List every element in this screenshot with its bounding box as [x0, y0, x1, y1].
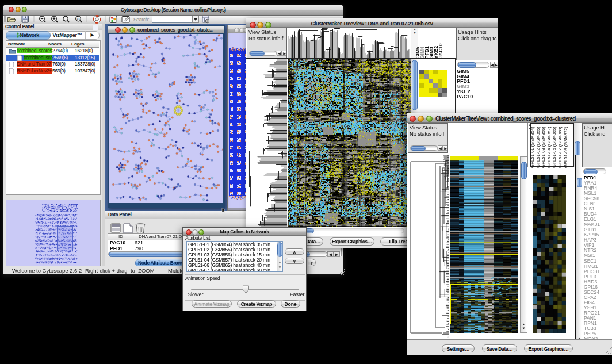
svg-text:1:1: 1:1	[76, 17, 80, 20]
svg-text:Search:: Search:	[133, 17, 149, 22]
